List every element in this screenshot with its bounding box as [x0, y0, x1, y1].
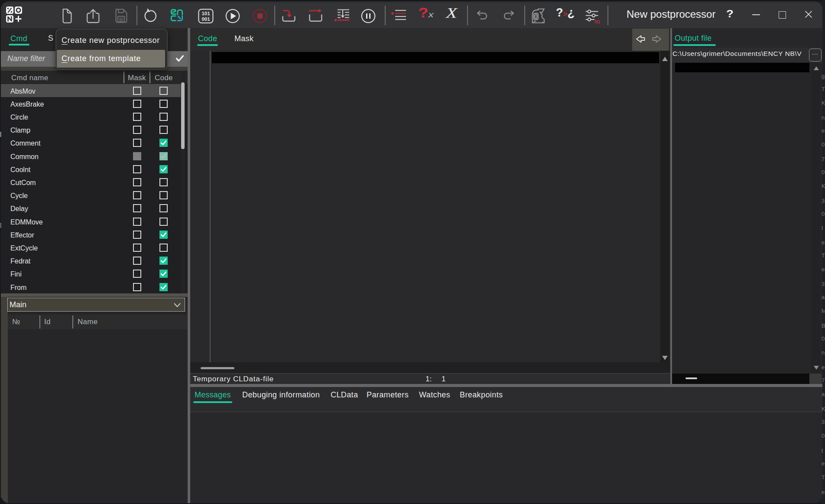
svg-text:101: 101 — [201, 11, 210, 16]
svg-text:N1: N1 — [594, 19, 601, 24]
svg-text:001: 001 — [201, 16, 210, 22]
